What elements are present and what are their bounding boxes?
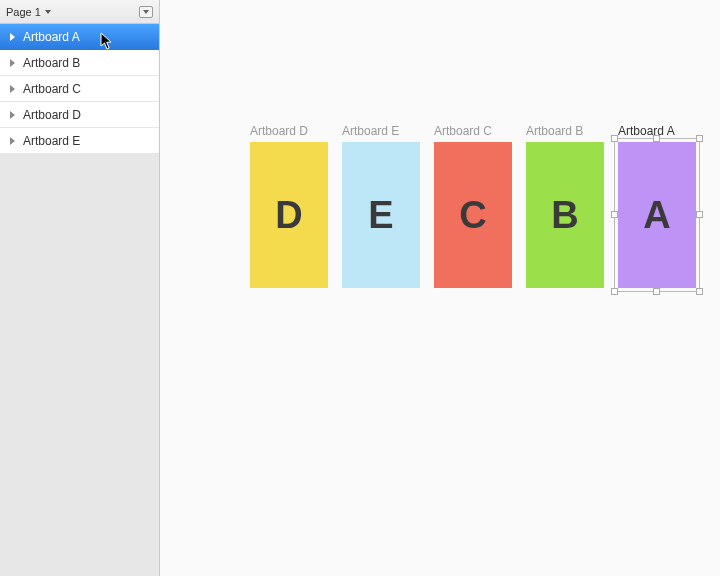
layer-list: Artboard AArtboard BArtboard CArtboard D… — [0, 24, 159, 154]
chevron-down-icon — [45, 10, 51, 14]
artboard[interactable]: Artboard DD — [250, 142, 328, 288]
selection-handle[interactable] — [696, 135, 703, 142]
page-menu-button[interactable] — [139, 6, 153, 18]
artboard-letter: C — [459, 194, 486, 237]
selection-handle[interactable] — [696, 211, 703, 218]
disclosure-triangle-icon[interactable] — [10, 59, 15, 67]
artboard-label[interactable]: Artboard E — [342, 124, 399, 138]
layer-item[interactable]: Artboard E — [0, 128, 159, 154]
artboard-label[interactable]: Artboard C — [434, 124, 492, 138]
sidebar-header: Page 1 — [0, 0, 159, 24]
artboard-letter: E — [368, 194, 393, 237]
disclosure-triangle-icon[interactable] — [10, 137, 15, 145]
cursor-icon — [100, 32, 114, 50]
artboard-row: Artboard DDArtboard EEArtboard CCArtboar… — [250, 142, 696, 288]
artboard-label[interactable]: Artboard A — [618, 124, 675, 138]
artboard[interactable]: Artboard EE — [342, 142, 420, 288]
artboard-surface[interactable]: E — [342, 142, 420, 288]
selection-handle[interactable] — [653, 288, 660, 295]
layer-item[interactable]: Artboard C — [0, 76, 159, 102]
page-label: Page 1 — [6, 6, 41, 18]
artboard-surface[interactable]: B — [526, 142, 604, 288]
selection-handle[interactable] — [611, 135, 618, 142]
layer-label: Artboard A — [23, 30, 80, 44]
disclosure-triangle-icon[interactable] — [10, 85, 15, 93]
artboard-label[interactable]: Artboard D — [250, 124, 308, 138]
page-selector[interactable]: Page 1 — [6, 6, 51, 18]
artboard[interactable]: Artboard BB — [526, 142, 604, 288]
artboard-surface[interactable]: D — [250, 142, 328, 288]
artboard-letter: A — [643, 194, 670, 237]
artboard[interactable]: Artboard CC — [434, 142, 512, 288]
layer-label: Artboard E — [23, 134, 80, 148]
chevron-down-icon — [143, 10, 149, 14]
disclosure-triangle-icon[interactable] — [10, 111, 15, 119]
sidebar: Page 1 Artboard AArtboard BArtboard CArt… — [0, 0, 160, 576]
layer-label: Artboard B — [23, 56, 80, 70]
canvas[interactable]: Artboard DDArtboard EEArtboard CCArtboar… — [160, 0, 720, 576]
selection-handle[interactable] — [611, 288, 618, 295]
layer-label: Artboard D — [23, 108, 81, 122]
artboard-letter: B — [551, 194, 578, 237]
layer-label: Artboard C — [23, 82, 81, 96]
selection-handle[interactable] — [696, 288, 703, 295]
artboard-surface[interactable]: C — [434, 142, 512, 288]
artboard[interactable]: Artboard AA — [618, 142, 696, 288]
selection-handle[interactable] — [611, 211, 618, 218]
artboard-label[interactable]: Artboard B — [526, 124, 583, 138]
layer-item[interactable]: Artboard D — [0, 102, 159, 128]
disclosure-triangle-icon[interactable] — [10, 33, 15, 41]
artboard-letter: D — [275, 194, 302, 237]
artboard-surface[interactable]: A — [618, 142, 696, 288]
layer-item[interactable]: Artboard B — [0, 50, 159, 76]
layer-item[interactable]: Artboard A — [0, 24, 159, 50]
